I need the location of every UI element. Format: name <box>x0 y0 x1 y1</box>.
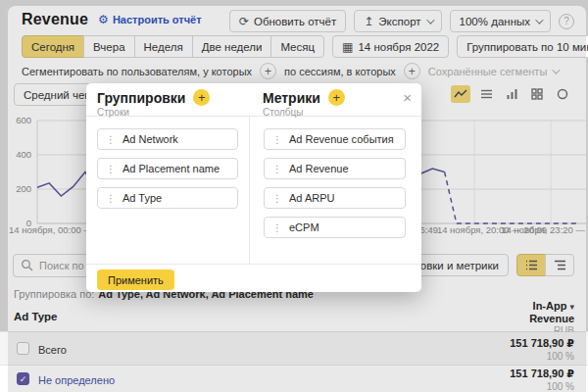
metrics-title: Метрики <box>263 90 320 106</box>
drag-handle-icon[interactable]: ⋮ <box>272 134 282 145</box>
apply-button[interactable]: Применить <box>97 270 174 290</box>
drag-handle-icon[interactable]: ⋮ <box>272 193 282 204</box>
drag-handle-icon[interactable]: ⋮ <box>106 164 116 174</box>
add-metric-button[interactable]: + <box>328 89 345 106</box>
drag-handle-icon[interactable]: ⋮ <box>106 193 116 204</box>
drag-handle-icon[interactable]: ⋮ <box>106 134 116 145</box>
groupings-title: Группировки <box>97 90 185 106</box>
metric-item[interactable]: ⋮ Ad ARPU <box>264 187 406 209</box>
drag-handle-icon[interactable]: ⋮ <box>272 164 282 174</box>
drag-handle-icon[interactable]: ⋮ <box>272 222 282 233</box>
metric-item[interactable]: ⋮ Ad Revenue события <box>264 128 406 150</box>
grouping-item[interactable]: ⋮ Ad Type <box>97 187 238 209</box>
metric-item[interactable]: ⋮ eCPM <box>264 217 406 238</box>
grouping-item[interactable]: ⋮ Ad Network <box>97 128 238 150</box>
close-icon[interactable]: × <box>403 90 412 105</box>
metric-item[interactable]: ⋮ Ad Revenue <box>264 158 406 179</box>
groupings-metrics-modal: × Группировки + Строки Метрики + Столбцы <box>86 83 421 292</box>
app-viewport: Revenue ⚙ Настроить отчёт ⟳ Обновить отч… <box>0 0 588 392</box>
add-grouping-button[interactable]: + <box>193 89 210 106</box>
grouping-item[interactable]: ⋮ Ad Placement name <box>97 158 238 179</box>
